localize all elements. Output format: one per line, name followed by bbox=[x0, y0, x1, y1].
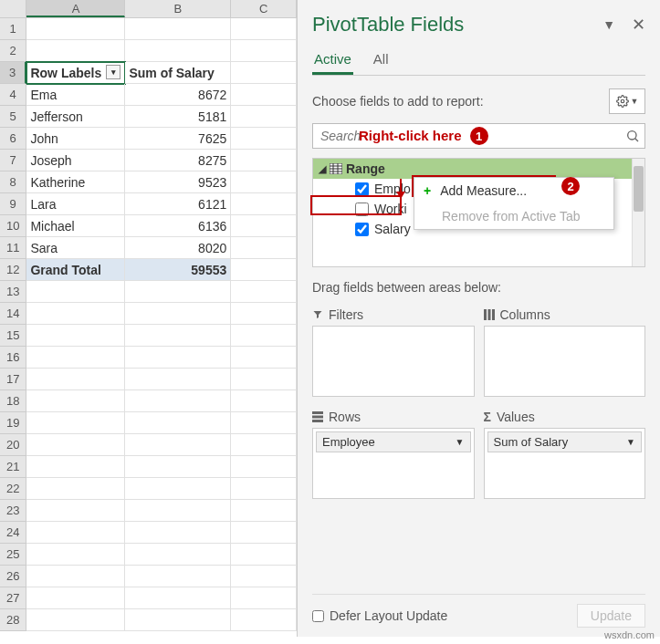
field-checkbox[interactable] bbox=[355, 182, 369, 196]
row-header[interactable]: 2 bbox=[0, 40, 26, 62]
select-all-corner[interactable] bbox=[0, 0, 26, 17]
tab-all[interactable]: All bbox=[372, 46, 391, 75]
grand-total-label[interactable]: Grand Total bbox=[26, 259, 125, 281]
pivottable-fields-pane: PivotTable Fields ▼ ✕ Active All Choose … bbox=[297, 0, 660, 637]
annotation-box-1 bbox=[310, 195, 402, 215]
rows-dropzone[interactable]: Employee ▼ bbox=[312, 428, 475, 499]
sigma-icon: Σ bbox=[484, 410, 491, 424]
area-columns: Columns bbox=[484, 304, 646, 397]
pane-title: PivotTable Fields bbox=[312, 13, 464, 36]
col-header-b[interactable]: B bbox=[125, 0, 231, 17]
defer-layout-checkbox[interactable]: Defer Layout Update bbox=[312, 608, 447, 623]
area-values: Σ Values Sum of Salary ▼ bbox=[484, 406, 646, 499]
chevron-down-icon[interactable]: ▼ bbox=[626, 437, 635, 447]
area-filters: Filters bbox=[312, 304, 475, 397]
collapse-icon[interactable]: ◢ bbox=[319, 163, 326, 175]
svg-line-2 bbox=[635, 139, 638, 141]
svg-rect-11 bbox=[484, 309, 487, 320]
values-dropzone[interactable]: Sum of Salary ▼ bbox=[484, 428, 646, 499]
filter-icon bbox=[312, 309, 323, 320]
column-headers: A B C bbox=[0, 0, 297, 18]
svg-rect-16 bbox=[312, 420, 323, 422]
svg-marker-10 bbox=[396, 192, 405, 199]
update-button[interactable]: Update bbox=[577, 604, 645, 628]
field-tabs: Active All bbox=[312, 46, 645, 76]
field-checkbox[interactable] bbox=[355, 223, 369, 236]
menu-remove-active-tab: Remove from Active Tab bbox=[414, 203, 613, 229]
gear-icon bbox=[616, 95, 629, 108]
search-icon[interactable] bbox=[621, 124, 644, 148]
svg-rect-13 bbox=[492, 309, 495, 320]
callout-1: 1 bbox=[470, 127, 488, 145]
spreadsheet-grid: A B C 1 2 3 Row Labels▾ Sum of Salary 4E… bbox=[0, 0, 297, 644]
pane-dropdown-icon[interactable]: ▼ bbox=[602, 17, 615, 32]
rows-icon bbox=[312, 411, 323, 422]
scrollbar-thumb[interactable] bbox=[634, 166, 644, 212]
col-header-c[interactable]: C bbox=[231, 0, 297, 17]
chevron-down-icon[interactable]: ▼ bbox=[456, 437, 465, 447]
filter-dropdown-icon[interactable]: ▾ bbox=[106, 65, 120, 79]
cell-sum-header[interactable]: Sum of Salary bbox=[125, 62, 231, 84]
svg-point-0 bbox=[621, 99, 624, 103]
row-header[interactable]: 3 bbox=[0, 62, 26, 84]
close-icon[interactable]: ✕ bbox=[632, 15, 645, 35]
svg-rect-15 bbox=[312, 416, 323, 419]
svg-rect-12 bbox=[487, 309, 490, 320]
rows-chip-employee[interactable]: Employee ▼ bbox=[316, 431, 471, 452]
tools-button[interactable]: ▼ bbox=[609, 88, 645, 114]
search-box[interactable]: Right-click here 1 bbox=[312, 123, 645, 149]
scrollbar[interactable] bbox=[632, 159, 644, 266]
svg-point-1 bbox=[628, 131, 636, 140]
context-menu: + Add Measure... Remove from Active Tab bbox=[414, 177, 614, 230]
tab-active[interactable]: Active bbox=[312, 46, 353, 75]
drag-fields-label: Drag fields between areas below: bbox=[312, 280, 645, 295]
range-label: Range bbox=[346, 161, 385, 176]
grand-total-value[interactable]: 59553 bbox=[125, 259, 231, 281]
columns-icon bbox=[484, 309, 495, 320]
annotation-rightclick: Right-click here 1 bbox=[359, 127, 488, 145]
cell-row-labels[interactable]: Row Labels▾ bbox=[26, 62, 125, 84]
choose-fields-label: Choose fields to add to report: bbox=[312, 94, 484, 109]
svg-rect-14 bbox=[312, 411, 323, 414]
data-cell[interactable]: Ema bbox=[26, 84, 125, 106]
values-chip-salary[interactable]: Sum of Salary ▼ bbox=[487, 431, 643, 452]
watermark: wsxdn.com bbox=[604, 629, 655, 640]
menu-add-measure[interactable]: + Add Measure... bbox=[414, 178, 613, 203]
columns-dropzone[interactable] bbox=[484, 326, 646, 397]
row-header[interactable]: 1 bbox=[0, 18, 26, 40]
table-icon bbox=[330, 163, 342, 174]
annotation-arrow bbox=[394, 179, 407, 199]
filters-dropzone[interactable] bbox=[312, 326, 475, 397]
callout-2: 2 bbox=[561, 177, 580, 195]
col-header-a[interactable]: A bbox=[26, 0, 125, 17]
area-rows: Rows Employee ▼ bbox=[312, 406, 475, 499]
plus-icon: + bbox=[424, 183, 431, 198]
